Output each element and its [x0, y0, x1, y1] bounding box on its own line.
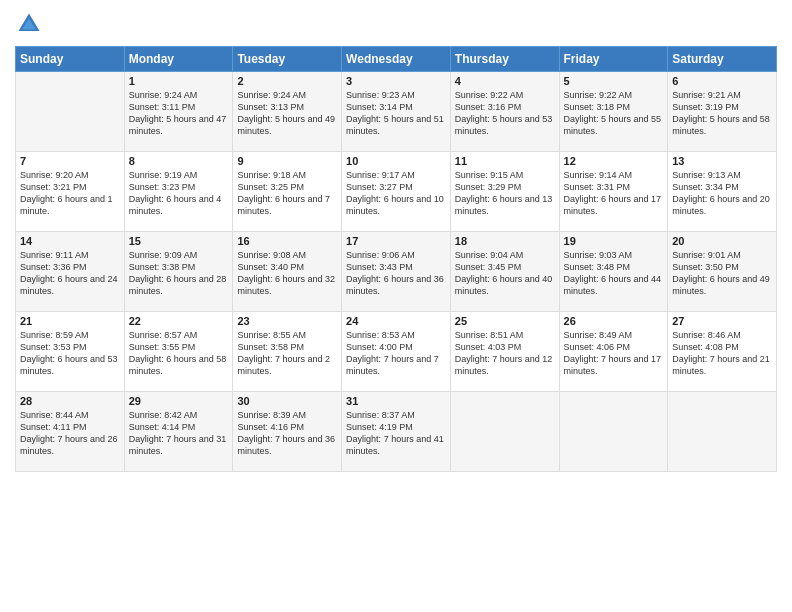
cell-content: Sunrise: 9:03 AMSunset: 3:48 PMDaylight:… [564, 249, 664, 298]
calendar-cell: 17 Sunrise: 9:06 AMSunset: 3:43 PMDaylig… [342, 232, 451, 312]
calendar-week-row: 14 Sunrise: 9:11 AMSunset: 3:36 PMDaylig… [16, 232, 777, 312]
calendar-cell: 16 Sunrise: 9:08 AMSunset: 3:40 PMDaylig… [233, 232, 342, 312]
cell-content: Sunrise: 8:37 AMSunset: 4:19 PMDaylight:… [346, 409, 446, 458]
calendar-cell: 14 Sunrise: 9:11 AMSunset: 3:36 PMDaylig… [16, 232, 125, 312]
cell-content: Sunrise: 8:46 AMSunset: 4:08 PMDaylight:… [672, 329, 772, 378]
day-number: 11 [455, 155, 555, 167]
cell-content: Sunrise: 8:53 AMSunset: 4:00 PMDaylight:… [346, 329, 446, 378]
calendar-week-row: 1 Sunrise: 9:24 AMSunset: 3:11 PMDayligh… [16, 72, 777, 152]
cell-content: Sunrise: 9:11 AMSunset: 3:36 PMDaylight:… [20, 249, 120, 298]
calendar-cell: 5 Sunrise: 9:22 AMSunset: 3:18 PMDayligh… [559, 72, 668, 152]
calendar-week-row: 21 Sunrise: 8:59 AMSunset: 3:53 PMDaylig… [16, 312, 777, 392]
cell-content: Sunrise: 8:39 AMSunset: 4:16 PMDaylight:… [237, 409, 337, 458]
day-number: 19 [564, 235, 664, 247]
calendar-cell [668, 392, 777, 472]
day-number: 28 [20, 395, 120, 407]
calendar-cell: 4 Sunrise: 9:22 AMSunset: 3:16 PMDayligh… [450, 72, 559, 152]
cell-content: Sunrise: 8:51 AMSunset: 4:03 PMDaylight:… [455, 329, 555, 378]
logo-icon [15, 10, 43, 38]
day-number: 31 [346, 395, 446, 407]
day-number: 18 [455, 235, 555, 247]
calendar-cell: 31 Sunrise: 8:37 AMSunset: 4:19 PMDaylig… [342, 392, 451, 472]
day-number: 7 [20, 155, 120, 167]
day-number: 6 [672, 75, 772, 87]
day-number: 21 [20, 315, 120, 327]
day-number: 29 [129, 395, 229, 407]
cell-content: Sunrise: 8:59 AMSunset: 3:53 PMDaylight:… [20, 329, 120, 378]
calendar-cell [559, 392, 668, 472]
calendar-cell: 6 Sunrise: 9:21 AMSunset: 3:19 PMDayligh… [668, 72, 777, 152]
header-row: SundayMondayTuesdayWednesdayThursdayFrid… [16, 47, 777, 72]
day-number: 26 [564, 315, 664, 327]
day-number: 1 [129, 75, 229, 87]
day-number: 13 [672, 155, 772, 167]
calendar-week-row: 28 Sunrise: 8:44 AMSunset: 4:11 PMDaylig… [16, 392, 777, 472]
calendar-cell: 3 Sunrise: 9:23 AMSunset: 3:14 PMDayligh… [342, 72, 451, 152]
day-number: 16 [237, 235, 337, 247]
calendar-cell: 28 Sunrise: 8:44 AMSunset: 4:11 PMDaylig… [16, 392, 125, 472]
calendar-cell: 18 Sunrise: 9:04 AMSunset: 3:45 PMDaylig… [450, 232, 559, 312]
calendar-cell: 30 Sunrise: 8:39 AMSunset: 4:16 PMDaylig… [233, 392, 342, 472]
calendar-cell [16, 72, 125, 152]
cell-content: Sunrise: 9:01 AMSunset: 3:50 PMDaylight:… [672, 249, 772, 298]
calendar-cell: 26 Sunrise: 8:49 AMSunset: 4:06 PMDaylig… [559, 312, 668, 392]
day-number: 10 [346, 155, 446, 167]
calendar-cell: 20 Sunrise: 9:01 AMSunset: 3:50 PMDaylig… [668, 232, 777, 312]
calendar-cell [450, 392, 559, 472]
day-number: 30 [237, 395, 337, 407]
cell-content: Sunrise: 8:44 AMSunset: 4:11 PMDaylight:… [20, 409, 120, 458]
cell-content: Sunrise: 9:24 AMSunset: 3:13 PMDaylight:… [237, 89, 337, 138]
calendar-cell: 11 Sunrise: 9:15 AMSunset: 3:29 PMDaylig… [450, 152, 559, 232]
calendar-cell: 22 Sunrise: 8:57 AMSunset: 3:55 PMDaylig… [124, 312, 233, 392]
cell-content: Sunrise: 9:21 AMSunset: 3:19 PMDaylight:… [672, 89, 772, 138]
day-number: 2 [237, 75, 337, 87]
calendar-cell: 10 Sunrise: 9:17 AMSunset: 3:27 PMDaylig… [342, 152, 451, 232]
weekday-header: Saturday [668, 47, 777, 72]
header [15, 10, 777, 38]
cell-content: Sunrise: 9:22 AMSunset: 3:16 PMDaylight:… [455, 89, 555, 138]
day-number: 5 [564, 75, 664, 87]
calendar-cell: 1 Sunrise: 9:24 AMSunset: 3:11 PMDayligh… [124, 72, 233, 152]
day-number: 27 [672, 315, 772, 327]
calendar-cell: 25 Sunrise: 8:51 AMSunset: 4:03 PMDaylig… [450, 312, 559, 392]
day-number: 20 [672, 235, 772, 247]
cell-content: Sunrise: 9:20 AMSunset: 3:21 PMDaylight:… [20, 169, 120, 218]
calendar-cell: 9 Sunrise: 9:18 AMSunset: 3:25 PMDayligh… [233, 152, 342, 232]
cell-content: Sunrise: 8:49 AMSunset: 4:06 PMDaylight:… [564, 329, 664, 378]
calendar-cell: 24 Sunrise: 8:53 AMSunset: 4:00 PMDaylig… [342, 312, 451, 392]
calendar-cell: 23 Sunrise: 8:55 AMSunset: 3:58 PMDaylig… [233, 312, 342, 392]
calendar-table: SundayMondayTuesdayWednesdayThursdayFrid… [15, 46, 777, 472]
calendar-cell: 7 Sunrise: 9:20 AMSunset: 3:21 PMDayligh… [16, 152, 125, 232]
cell-content: Sunrise: 9:24 AMSunset: 3:11 PMDaylight:… [129, 89, 229, 138]
calendar-cell: 15 Sunrise: 9:09 AMSunset: 3:38 PMDaylig… [124, 232, 233, 312]
cell-content: Sunrise: 9:23 AMSunset: 3:14 PMDaylight:… [346, 89, 446, 138]
day-number: 8 [129, 155, 229, 167]
cell-content: Sunrise: 8:42 AMSunset: 4:14 PMDaylight:… [129, 409, 229, 458]
day-number: 23 [237, 315, 337, 327]
day-number: 3 [346, 75, 446, 87]
cell-content: Sunrise: 9:14 AMSunset: 3:31 PMDaylight:… [564, 169, 664, 218]
day-number: 25 [455, 315, 555, 327]
cell-content: Sunrise: 9:13 AMSunset: 3:34 PMDaylight:… [672, 169, 772, 218]
weekday-header: Friday [559, 47, 668, 72]
cell-content: Sunrise: 8:55 AMSunset: 3:58 PMDaylight:… [237, 329, 337, 378]
cell-content: Sunrise: 9:17 AMSunset: 3:27 PMDaylight:… [346, 169, 446, 218]
cell-content: Sunrise: 9:19 AMSunset: 3:23 PMDaylight:… [129, 169, 229, 218]
day-number: 15 [129, 235, 229, 247]
logo [15, 10, 47, 38]
cell-content: Sunrise: 9:08 AMSunset: 3:40 PMDaylight:… [237, 249, 337, 298]
day-number: 17 [346, 235, 446, 247]
day-number: 24 [346, 315, 446, 327]
day-number: 12 [564, 155, 664, 167]
cell-content: Sunrise: 8:57 AMSunset: 3:55 PMDaylight:… [129, 329, 229, 378]
calendar-cell: 2 Sunrise: 9:24 AMSunset: 3:13 PMDayligh… [233, 72, 342, 152]
weekday-header: Monday [124, 47, 233, 72]
calendar-header: SundayMondayTuesdayWednesdayThursdayFrid… [16, 47, 777, 72]
cell-content: Sunrise: 9:04 AMSunset: 3:45 PMDaylight:… [455, 249, 555, 298]
weekday-header: Thursday [450, 47, 559, 72]
calendar-cell: 19 Sunrise: 9:03 AMSunset: 3:48 PMDaylig… [559, 232, 668, 312]
calendar-body: 1 Sunrise: 9:24 AMSunset: 3:11 PMDayligh… [16, 72, 777, 472]
weekday-header: Wednesday [342, 47, 451, 72]
page: SundayMondayTuesdayWednesdayThursdayFrid… [0, 0, 792, 612]
calendar-cell: 8 Sunrise: 9:19 AMSunset: 3:23 PMDayligh… [124, 152, 233, 232]
